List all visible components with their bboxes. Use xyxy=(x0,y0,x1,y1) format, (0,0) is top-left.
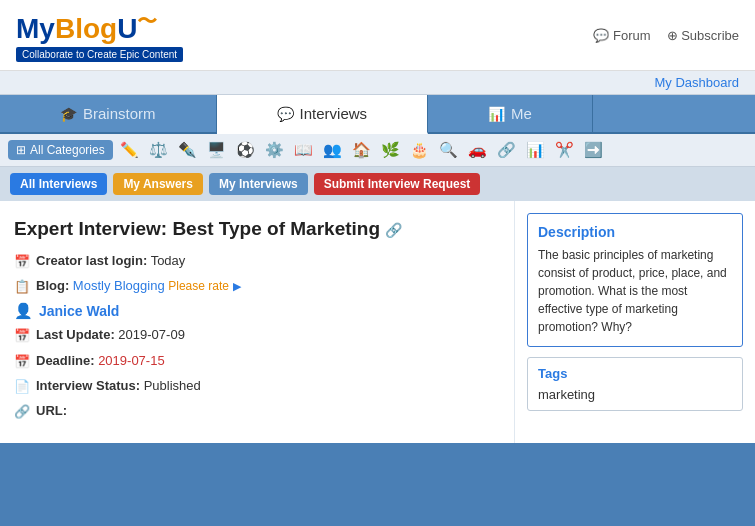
toolbar-icon-chart[interactable]: 📊 xyxy=(523,139,548,161)
subscribe-link[interactable]: ⊕ Subscribe xyxy=(667,28,739,43)
submit-interview-button[interactable]: Submit Interview Request xyxy=(314,173,481,195)
right-panel: Description The basic principles of mark… xyxy=(515,201,755,443)
header-nav: 💬 Forum ⊕ Subscribe xyxy=(593,28,739,43)
deadline-item: 📅 Deadline: 2019-07-15 xyxy=(14,352,500,371)
toolbar-icon-group[interactable]: 👥 xyxy=(320,139,345,161)
interview-title: Expert Interview: Best Type of Marketing… xyxy=(14,217,500,242)
description-box: Description The basic principles of mark… xyxy=(527,213,743,347)
my-dashboard-link[interactable]: My Dashboard xyxy=(654,75,739,90)
toolbar-icon-home[interactable]: 🏠 xyxy=(349,139,374,161)
toolbar-icon-monitor[interactable]: 🖥️ xyxy=(204,139,229,161)
header: MyBlogU〜 Collaborate to Create Epic Cont… xyxy=(0,0,755,71)
calendar-icon: 📅 xyxy=(14,253,30,271)
forum-link[interactable]: 💬 Forum xyxy=(593,28,650,43)
author-icon: 👤 xyxy=(14,302,33,320)
status-icon: 📄 xyxy=(14,378,30,396)
toolbar-icon-edit[interactable]: ✏️ xyxy=(117,139,142,161)
tab-interviews[interactable]: 💬 Interviews xyxy=(217,95,429,134)
subscribe-icon: ⊕ xyxy=(667,28,678,43)
description-title: Description xyxy=(538,224,732,240)
main-content: Expert Interview: Best Type of Marketing… xyxy=(0,201,755,443)
tags-title: Tags xyxy=(538,366,732,381)
blog-link[interactable]: Mostly Blogging xyxy=(73,278,165,293)
toolbar-icon-pencil[interactable]: ✒️ xyxy=(175,139,200,161)
toolbar-icon-car[interactable]: 🚗 xyxy=(465,139,490,161)
logo-area: MyBlogU〜 Collaborate to Create Epic Cont… xyxy=(16,8,183,62)
toolbar-icon-ball[interactable]: ⚽ xyxy=(233,139,258,161)
url-item: 🔗 URL: xyxy=(14,402,500,421)
filter-bar: All Interviews My Answers My Interviews … xyxy=(0,167,755,201)
all-interviews-button[interactable]: All Interviews xyxy=(10,173,107,195)
toolbar-icon-arrow[interactable]: ➡️ xyxy=(581,139,606,161)
creator-login-item: 📅 Creator last login: Today xyxy=(14,252,500,271)
me-icon: 📊 xyxy=(488,106,505,122)
dashboard-bar: My Dashboard xyxy=(0,71,755,95)
status-item: 📄 Interview Status: Published xyxy=(14,377,500,396)
blog-item: 📋 Blog: Mostly Blogging Please rate ▶ xyxy=(14,277,500,296)
forum-icon: 💬 xyxy=(593,28,609,43)
toolbar-icon-leaf[interactable]: 🌿 xyxy=(378,139,403,161)
my-interviews-button[interactable]: My Interviews xyxy=(209,173,308,195)
update-calendar-icon: 📅 xyxy=(14,327,30,345)
toolbar-icon-scale[interactable]: ⚖️ xyxy=(146,139,171,161)
my-answers-button[interactable]: My Answers xyxy=(113,173,203,195)
logo-subtitle: Collaborate to Create Epic Content xyxy=(16,47,183,62)
tab-me[interactable]: 📊 Me xyxy=(428,95,593,132)
title-link-icon[interactable]: 🔗 xyxy=(385,222,402,238)
last-update-item: 📅 Last Update: 2019-07-09 xyxy=(14,326,500,345)
category-button[interactable]: ⊞ All Categories xyxy=(8,140,113,160)
toolbar-icon-search[interactable]: 🔍 xyxy=(436,139,461,161)
please-rate-link[interactable]: Please rate xyxy=(168,279,229,293)
author-link[interactable]: Janice Wald xyxy=(39,303,119,319)
toolbar-icon-scissors[interactable]: ✂️ xyxy=(552,139,577,161)
deadline-calendar-icon: 📅 xyxy=(14,353,30,371)
logo-u: U xyxy=(117,13,137,44)
brainstorm-icon: 🎓 xyxy=(60,106,77,122)
blog-icon: 📋 xyxy=(14,278,30,296)
url-icon: 🔗 xyxy=(14,403,30,421)
rate-arrow-icon: ▶ xyxy=(233,280,241,292)
interviews-icon: 💬 xyxy=(277,106,294,122)
tags-box: Tags marketing xyxy=(527,357,743,411)
grid-icon: ⊞ xyxy=(16,143,26,157)
toolbar-icon-cake[interactable]: 🎂 xyxy=(407,139,432,161)
left-panel: Expert Interview: Best Type of Marketing… xyxy=(0,201,515,443)
tags-value: marketing xyxy=(538,387,732,402)
tab-brainstorm[interactable]: 🎓 Brainstorm xyxy=(0,95,217,132)
toolbar-icon-book[interactable]: 📖 xyxy=(291,139,316,161)
description-text: The basic principles of marketing consis… xyxy=(538,246,732,336)
logo[interactable]: MyBlogU〜 xyxy=(16,8,157,45)
logo-blog: Blog xyxy=(55,13,117,44)
logo-wave: 〜 xyxy=(137,10,157,32)
toolbar-icon-gear[interactable]: ⚙️ xyxy=(262,139,287,161)
logo-my: My xyxy=(16,13,55,44)
toolbar: ⊞ All Categories ✏️ ⚖️ ✒️ 🖥️ ⚽ ⚙️ 📖 👥 🏠 … xyxy=(0,134,755,167)
toolbar-icon-link[interactable]: 🔗 xyxy=(494,139,519,161)
author-row: 👤 Janice Wald xyxy=(14,302,500,320)
tabs-row: 🎓 Brainstorm 💬 Interviews 📊 Me xyxy=(0,95,755,134)
